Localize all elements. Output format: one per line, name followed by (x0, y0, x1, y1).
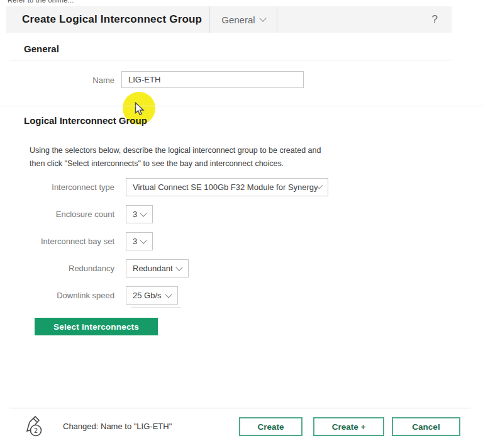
chevron-down-icon (259, 14, 266, 21)
name-input[interactable] (121, 71, 304, 88)
chevron-down-icon (175, 264, 182, 271)
header-separator (277, 6, 277, 33)
enclosure-count-value: 3 (133, 210, 137, 219)
interconnect-type-value: Virtual Connect SE 100Gb F32 Module for … (133, 182, 318, 192)
chevron-down-icon (140, 237, 147, 244)
section-selector-dropdown[interactable]: General (210, 6, 276, 33)
lig-description: Using the selectors below, describe the … (30, 144, 331, 171)
cancel-button[interactable]: Cancel (392, 417, 460, 436)
divider (0, 106, 483, 106)
chevron-down-icon (140, 210, 147, 216)
lig-section-heading: Logical Interconnect Group (24, 115, 147, 126)
create-button[interactable]: Create (239, 417, 303, 436)
name-field-label: Name (63, 76, 114, 85)
enclosure-count-label: Enclosure count (19, 210, 114, 219)
mouse-cursor-icon (133, 102, 146, 116)
partial-element-edge (131, 307, 181, 308)
interconnect-type-dropdown[interactable]: Virtual Connect SE 100Gb F32 Module for … (126, 178, 328, 196)
clipped-top-text: Refer to the online... (8, 0, 74, 4)
lig-description-line2: then click "Select interconnects" to see… (30, 157, 331, 171)
footer-divider (9, 408, 470, 408)
create-plus-button[interactable]: Create + (313, 417, 384, 436)
downlink-speed-label: Downlink speed (19, 291, 114, 300)
changes-pencil-icon[interactable]: 2 (23, 414, 47, 439)
section-selector-value: General (221, 14, 255, 25)
redundancy-value: Redundant (133, 264, 173, 273)
interconnect-bay-set-label: Interconnect bay set (19, 237, 114, 246)
redundancy-dropdown[interactable]: Redundant (126, 259, 189, 277)
lig-description-line1: Using the selectors below, describe the … (30, 144, 331, 157)
redundancy-label: Redundancy (19, 264, 114, 273)
dialog-title: Create Logical Interconnect Group (22, 13, 202, 26)
help-icon[interactable]: ? (432, 13, 438, 26)
divider (9, 60, 452, 60)
enclosure-count-dropdown[interactable]: 3 (126, 205, 153, 223)
changes-count-badge: 2 (34, 427, 38, 434)
dialog-header: Create Logical Interconnect Group Genera… (6, 6, 452, 33)
change-status-text: Changed: Name to "LIG-ETH" (63, 422, 172, 431)
downlink-speed-dropdown[interactable]: 25 Gb/s (126, 286, 178, 305)
select-interconnects-button[interactable]: Select interconnects (35, 318, 158, 335)
general-section-heading: General (24, 43, 59, 54)
interconnect-bay-set-dropdown[interactable]: 3 (126, 232, 153, 250)
interconnect-type-label: Interconnect type (19, 182, 114, 192)
downlink-speed-value: 25 Gb/s (133, 291, 162, 300)
chevron-down-icon (165, 291, 172, 298)
interconnect-bay-set-value: 3 (133, 237, 137, 246)
